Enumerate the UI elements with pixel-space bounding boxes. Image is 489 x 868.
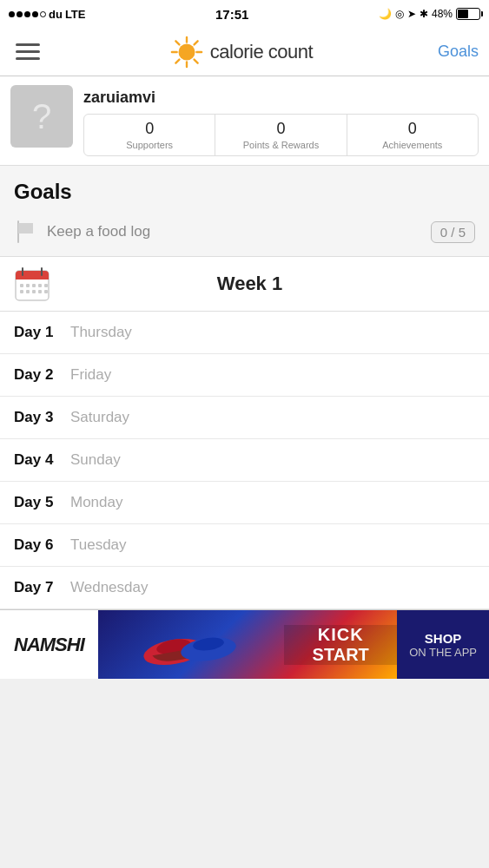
goal-progress: 0 / 5 xyxy=(431,221,475,243)
battery-icon xyxy=(456,8,480,20)
svg-rect-24 xyxy=(44,290,48,293)
signal-icon xyxy=(9,11,46,17)
day-name: Monday xyxy=(70,494,122,511)
ad-shop-area: SHOP ON THE APP xyxy=(397,610,489,679)
goal-item[interactable]: Keep a food log 0 / 5 xyxy=(14,216,475,247)
points-rewards-stat[interactable]: 0 Points & Rewards xyxy=(215,115,347,155)
ad-image-area: KICK START xyxy=(98,610,397,679)
day-label: Day 4 xyxy=(14,451,70,469)
app-logo: calorie count xyxy=(170,36,313,69)
status-bar: du LTE 17:51 🌙 ◎ ➤ ✱ 48% xyxy=(0,0,489,28)
menu-button[interactable] xyxy=(10,35,45,69)
day-row[interactable]: Day 2 Friday xyxy=(0,354,489,397)
ad-start-label: START xyxy=(313,645,369,665)
goals-nav-link[interactable]: Goals xyxy=(438,43,479,61)
week-header: Week 1 xyxy=(0,256,489,312)
achievements-stat[interactable]: 0 Achievements xyxy=(347,115,478,155)
day-row[interactable]: Day 4 Sunday xyxy=(0,439,489,482)
ad-brand-area: NAMSHI xyxy=(0,610,98,679)
points-value: 0 xyxy=(276,120,285,138)
week-title: Week 1 xyxy=(61,273,475,295)
day-name: Friday xyxy=(70,366,111,384)
svg-rect-19 xyxy=(44,284,48,287)
achievements-value: 0 xyxy=(408,120,417,138)
ad-shop-label: SHOP xyxy=(425,631,462,646)
supporters-value: 0 xyxy=(145,120,154,138)
profile-info: zaruiamvi 0 Supporters 0 Points & Reward… xyxy=(83,85,479,156)
day-label: Day 1 xyxy=(14,324,70,341)
day-label: Day 2 xyxy=(14,366,70,384)
logo-sun-icon xyxy=(170,36,203,69)
moon-icon: 🌙 xyxy=(379,8,392,20)
app-name-label: calorie count xyxy=(210,41,313,63)
supporters-stat[interactable]: 0 Supporters xyxy=(84,115,215,155)
time-label: 17:51 xyxy=(215,7,248,22)
day-name: Wednesday xyxy=(70,579,148,596)
battery-percent: 48% xyxy=(432,8,453,20)
day-name: Tuesday xyxy=(70,536,127,554)
day-row[interactable]: Day 3 Saturday xyxy=(0,397,489,439)
points-label: Points & Rewards xyxy=(243,140,319,150)
day-row[interactable]: Day 7 Wednesday xyxy=(0,567,489,609)
goals-section: Goals Keep a food log 0 / 5 xyxy=(0,166,489,256)
profile-section: ? zaruiamvi 0 Supporters 0 Points & Rewa… xyxy=(0,76,489,166)
day-label: Day 6 xyxy=(14,536,70,554)
ad-center-text: KICK START xyxy=(284,625,397,665)
svg-rect-16 xyxy=(26,284,30,287)
day-row[interactable]: Day 1 Thursday xyxy=(0,312,489,354)
svg-rect-22 xyxy=(32,290,36,293)
svg-point-0 xyxy=(178,43,195,60)
goal-text: Keep a food log xyxy=(47,223,150,240)
ad-on-app-label: ON THE APP xyxy=(409,646,477,659)
day-name: Sunday xyxy=(70,451,121,469)
svg-rect-20 xyxy=(20,290,23,293)
ad-banner[interactable]: NAMSHI KICK START SHOP ON THE APP xyxy=(0,609,489,679)
flag-icon xyxy=(14,220,38,244)
svg-line-5 xyxy=(175,41,179,44)
day-list: Day 1 Thursday Day 2 Friday Day 3 Saturd… xyxy=(0,312,489,609)
day-row[interactable]: Day 6 Tuesday xyxy=(0,524,489,567)
achievements-label: Achievements xyxy=(382,140,442,150)
supporters-label: Supporters xyxy=(126,140,173,150)
status-right: 🌙 ◎ ➤ ✱ 48% xyxy=(379,8,480,20)
goal-left: Keep a food log xyxy=(14,220,150,244)
username-label: zaruiamvi xyxy=(83,85,479,114)
calendar-icon xyxy=(14,266,50,302)
svg-line-6 xyxy=(194,59,197,62)
nav-bar: calorie count Goals xyxy=(0,28,489,76)
ad-kick-label: KICK xyxy=(318,625,364,645)
avatar-placeholder-icon: ? xyxy=(32,97,51,136)
svg-rect-17 xyxy=(32,284,36,287)
bluetooth-icon: ✱ xyxy=(420,8,428,20)
day-label: Day 3 xyxy=(14,409,70,426)
day-name: Saturday xyxy=(70,409,129,426)
svg-rect-15 xyxy=(20,284,23,287)
ad-shoes-image xyxy=(98,610,284,679)
svg-rect-21 xyxy=(26,290,30,293)
svg-rect-18 xyxy=(38,284,42,287)
svg-rect-23 xyxy=(38,290,42,293)
ad-brand-label: NAMSHI xyxy=(14,634,84,656)
svg-rect-12 xyxy=(16,276,49,279)
svg-line-7 xyxy=(194,41,197,44)
day-label: Day 7 xyxy=(14,579,70,596)
arrow-icon: ➤ xyxy=(407,8,416,20)
day-name: Thursday xyxy=(70,324,132,341)
svg-line-8 xyxy=(175,59,179,62)
network-label: LTE xyxy=(65,8,86,21)
goals-title: Goals xyxy=(14,180,475,204)
carrier-label: du xyxy=(49,8,63,21)
status-left: du LTE xyxy=(9,8,85,21)
stats-row: 0 Supporters 0 Points & Rewards 0 Achiev… xyxy=(83,114,479,156)
avatar: ? xyxy=(10,85,73,148)
day-row[interactable]: Day 5 Monday xyxy=(0,482,489,524)
location-icon: ◎ xyxy=(395,8,404,20)
day-label: Day 5 xyxy=(14,494,70,511)
